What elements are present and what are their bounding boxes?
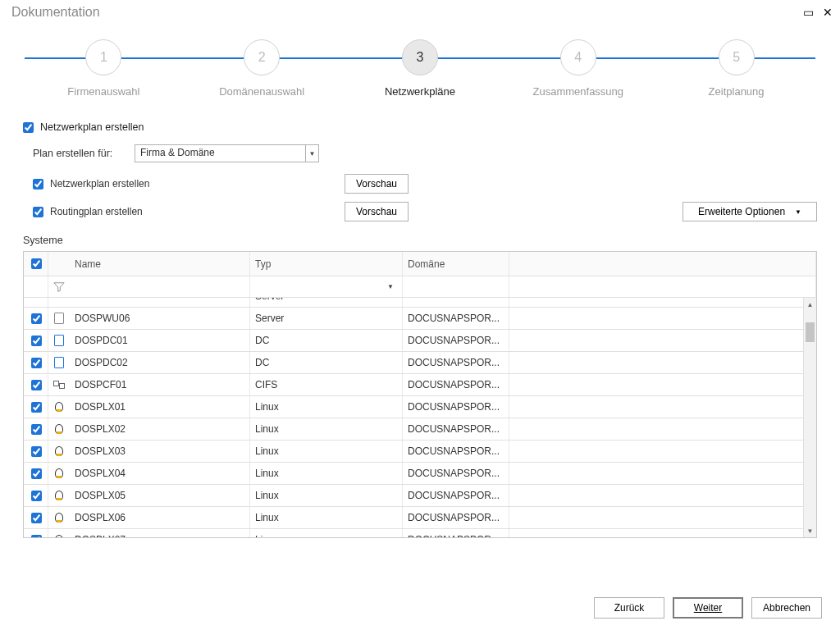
row-checkbox[interactable] [31, 402, 42, 413]
filter-icon[interactable] [53, 281, 65, 293]
row-checkbox[interactable] [31, 424, 42, 435]
row-domain: DOCUSNAPSPOR... [403, 485, 509, 506]
next-button[interactable]: Weiter [673, 597, 743, 619]
step-number: 4 [560, 39, 596, 75]
row-typ: Linux [250, 463, 403, 484]
row-name: DOSPLX05 [70, 485, 250, 506]
table-row[interactable]: DOSPCF01CIFSDOCUSNAPSPOR... [24, 374, 816, 396]
header-name[interactable]: Name [70, 252, 250, 276]
networkplan-preview-button[interactable]: Vorschau [345, 174, 409, 194]
scroll-down-icon[interactable]: ▼ [804, 524, 816, 537]
grid-header: Name Typ Domäne [24, 252, 816, 276]
table-row-partial: Server [24, 298, 816, 308]
row-checkbox[interactable] [31, 491, 42, 501]
row-typ: Linux [250, 396, 403, 418]
networkplan-checkbox[interactable] [33, 179, 43, 189]
linux-icon [53, 468, 65, 479]
advanced-options-button[interactable]: Erweiterte Optionen ▼ [682, 202, 817, 221]
row-checkbox[interactable] [31, 468, 42, 479]
wizard-footer: Zurück Weiter Abbrechen [594, 597, 822, 619]
row-domain: DOCUSNAPSPOR... [403, 463, 509, 484]
plan-for-selected-value: Firma & Domäne [135, 145, 305, 162]
row-domain: DOCUSNAPSPOR... [403, 308, 509, 329]
step-label: Zeitplanung [709, 85, 765, 98]
vertical-scrollbar[interactable]: ▲ ▼ [803, 298, 816, 537]
linux-icon [53, 534, 65, 537]
header-domain[interactable]: Domäne [403, 252, 509, 276]
wizard-step[interactable]: 1Firmenauswahl [25, 39, 183, 98]
row-name: DOSPLX02 [70, 418, 250, 440]
table-row[interactable]: DOSPDC01DCDOCUSNAPSPOR... [24, 330, 816, 352]
header-icon-col [48, 252, 70, 276]
row-domain: DOCUSNAPSPOR... [403, 352, 509, 373]
routingplan-checkbox[interactable] [33, 207, 43, 217]
row-domain: DOCUSNAPSPOR... [403, 441, 509, 462]
header-rest [509, 252, 816, 276]
row-checkbox[interactable] [31, 336, 42, 346]
row-checkbox[interactable] [31, 535, 42, 538]
linux-icon [53, 401, 65, 413]
back-button[interactable]: Zurück [594, 597, 664, 619]
table-row[interactable]: DOSPLX07LinuxDOCUSNAPSPOR... [24, 529, 816, 537]
row-checkbox[interactable] [31, 313, 42, 324]
scroll-up-icon[interactable]: ▲ [804, 298, 816, 311]
row-name: DOSPLX01 [70, 396, 250, 418]
filter-domain-input[interactable] [408, 281, 504, 294]
row-checkbox[interactable] [31, 513, 42, 523]
table-row[interactable]: DOSPWU06ServerDOCUSNAPSPOR... [24, 308, 816, 330]
wizard-step[interactable]: 4Zusammenfassung [499, 39, 657, 98]
row-typ: Linux [250, 418, 403, 440]
row-name: DOSPLX06 [70, 507, 250, 528]
filter-typ-input[interactable] [255, 281, 387, 294]
table-row[interactable]: DOSPLX03LinuxDOCUSNAPSPOR... [24, 441, 816, 463]
chevron-down-icon[interactable]: ▼ [305, 145, 318, 162]
row-domain: DOCUSNAPSPOR... [403, 418, 509, 440]
routingplan-label: Routingplan erstellen [50, 206, 143, 217]
row-name: DOSPWU06 [70, 308, 250, 329]
linux-icon [53, 423, 65, 435]
create-networkplan-master-checkbox[interactable] [23, 122, 34, 133]
header-typ[interactable]: Typ [250, 252, 403, 276]
filter-name-input[interactable] [75, 281, 244, 294]
row-typ: CIFS [250, 374, 403, 395]
row-typ: DC [250, 330, 403, 351]
routingplan-preview-button[interactable]: Vorschau [345, 202, 409, 221]
row-domain: DOCUSNAPSPOR... [403, 396, 509, 418]
close-icon[interactable]: ✕ [822, 7, 833, 18]
step-number: 2 [244, 39, 280, 75]
plan-for-select[interactable]: Firma & Domäne ▼ [135, 144, 319, 162]
wizard-stepper: 1Firmenauswahl2Domänenauswahl3Netzwerkpl… [25, 39, 815, 113]
row-checkbox[interactable] [31, 358, 42, 368]
row-domain: DOCUSNAPSPOR... [403, 374, 509, 395]
step-number: 3 [402, 39, 438, 75]
table-row[interactable]: DOSPLX04LinuxDOCUSNAPSPOR... [24, 463, 816, 485]
table-row[interactable]: DOSPDC02DCDOCUSNAPSPOR... [24, 352, 816, 374]
row-checkbox[interactable] [31, 380, 42, 390]
table-row[interactable]: DOSPLX01LinuxDOCUSNAPSPOR... [24, 396, 816, 418]
systems-label: Systeme [23, 235, 817, 246]
row-domain: DOCUSNAPSPOR... [403, 529, 509, 537]
table-row[interactable]: DOSPLX02LinuxDOCUSNAPSPOR... [24, 418, 816, 441]
chevron-down-icon[interactable]: ▼ [387, 283, 397, 290]
wizard-step[interactable]: 3Netzwerkpläne [341, 39, 500, 98]
host-icon [54, 313, 64, 324]
row-name: DOSPDC01 [70, 330, 250, 351]
step-label: Domänenauswahl [219, 85, 304, 98]
table-row[interactable]: DOSPLX06LinuxDOCUSNAPSPOR... [24, 507, 816, 529]
networkplan-label: Netzwerkplan erstellen [50, 178, 149, 189]
cancel-button[interactable]: Abbrechen [751, 597, 822, 619]
select-all-checkbox[interactable] [31, 258, 42, 269]
scroll-thumb[interactable] [806, 322, 815, 342]
table-row[interactable]: DOSPLX05LinuxDOCUSNAPSPOR... [24, 485, 816, 507]
filter-chk-cell [24, 276, 48, 297]
title-bar: Dokumentation ▭ ✕ [0, 0, 840, 25]
wizard-step[interactable]: 2Domänenauswahl [183, 39, 341, 98]
maximize-icon[interactable]: ▭ [802, 7, 814, 18]
row-name: DOSPLX03 [70, 441, 250, 462]
domain-controller-icon [54, 357, 64, 368]
row-checkbox[interactable] [31, 446, 42, 457]
row-domain: DOCUSNAPSPOR... [403, 507, 509, 528]
linux-icon [53, 445, 65, 457]
step-number: 5 [719, 39, 755, 75]
wizard-step[interactable]: 5Zeitplanung [657, 39, 815, 98]
